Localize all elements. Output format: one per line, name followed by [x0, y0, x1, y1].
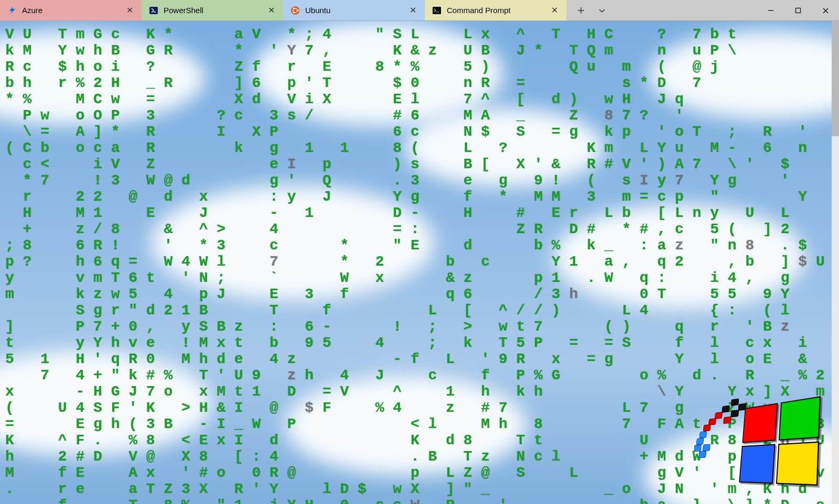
titlebar: Azure ✕ PowerShell ✕ Ubuntu ✕ [0, 0, 839, 21]
logo-panels [739, 396, 821, 486]
tab-label: Azure [22, 6, 120, 15]
tab-powershell[interactable]: PowerShell ✕ [142, 0, 283, 20]
svg-point-3 [297, 9, 299, 12]
scrollbar-thumb[interactable] [832, 21, 839, 136]
terminal-window: Azure ✕ PowerShell ✕ Ubuntu ✕ [0, 0, 839, 504]
tab-actions [571, 0, 612, 20]
retro-windows-logo [698, 376, 821, 490]
cmd-icon [432, 6, 442, 15]
ubuntu-icon [291, 6, 300, 15]
close-button[interactable] [812, 0, 839, 21]
terminal-content[interactable]: V U T m G c K * a V * ; 4 " S L L x ^ T … [0, 21, 839, 504]
new-tab-button[interactable] [571, 0, 591, 21]
tab-ubuntu[interactable]: Ubuntu ✕ [283, 0, 425, 20]
powershell-icon [149, 6, 158, 15]
minimize-button[interactable] [757, 0, 784, 21]
azure-icon [7, 6, 17, 15]
window-controls [757, 0, 839, 20]
logo-panel-red [742, 403, 778, 443]
svg-point-5 [293, 12, 295, 14]
tab-label: Command Prompt [447, 6, 544, 15]
close-icon[interactable]: ✕ [550, 6, 559, 15]
close-icon[interactable]: ✕ [408, 6, 417, 15]
tab-dropdown-button[interactable] [591, 0, 612, 21]
tab-azure[interactable]: Azure ✕ [0, 0, 142, 20]
logo-panel-blue [739, 444, 775, 484]
svg-rect-7 [796, 8, 801, 13]
tab-cmd[interactable]: Command Prompt ✕ [425, 0, 566, 20]
svg-point-4 [293, 7, 295, 9]
logo-panel-green [779, 396, 821, 441]
tab-label: Ubuntu [305, 6, 403, 15]
close-icon[interactable]: ✕ [266, 6, 276, 15]
logo-trail [693, 397, 749, 464]
maximize-button[interactable] [784, 0, 812, 21]
close-icon[interactable]: ✕ [125, 6, 134, 15]
scrollbar-track[interactable] [832, 21, 839, 504]
tab-label: PowerShell [164, 6, 261, 15]
svg-rect-6 [433, 7, 441, 14]
tab-strip: Azure ✕ PowerShell ✕ Ubuntu ✕ [0, 0, 566, 20]
logo-panel-yellow [776, 442, 819, 486]
